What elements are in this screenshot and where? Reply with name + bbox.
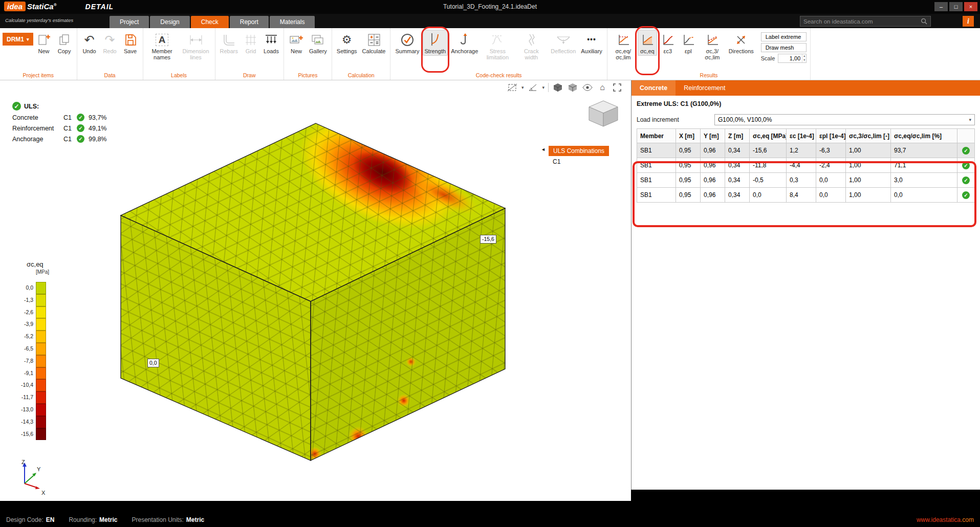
- copy-item-button[interactable]: Copy: [55, 30, 74, 56]
- summary-button[interactable]: Summary: [393, 30, 421, 56]
- table-row[interactable]: SB1 0,95 0,96 0,34 -0,5 0,3 0,0 1,00 3,0…: [637, 173, 975, 188]
- zoom-fit-icon[interactable]: [612, 82, 623, 93]
- crack-width-button[interactable]: Crack width: [515, 30, 548, 62]
- cell-z: 0,34: [725, 143, 750, 158]
- picture-new-button[interactable]: New: [287, 30, 306, 56]
- search-input[interactable]: [803, 18, 921, 25]
- info-button[interactable]: i: [963, 16, 974, 27]
- legend-value: 0,0: [15, 282, 36, 294]
- table-row[interactable]: SB1 0,95 0,96 0,34 0,0 8,4 0,0 1,00 0,0 …: [637, 188, 975, 203]
- col-sceq-ratio: σc,eq/σc,lim [%]: [891, 129, 957, 143]
- navigation-cube[interactable]: [581, 98, 625, 137]
- search-box[interactable]: [800, 16, 931, 27]
- close-button[interactable]: ×: [964, 2, 977, 11]
- app-logo: idea StatiCa® DETAIL: [4, 2, 114, 11]
- cell-epl: 0,0: [816, 188, 846, 203]
- clipping-box-icon[interactable]: [552, 82, 563, 93]
- cell-status: ✓: [957, 143, 975, 158]
- deflection-button[interactable]: Deflection: [549, 30, 578, 56]
- table-row[interactable]: SB1 0,95 0,96 0,34 -15,6 1,2 -6,3 1,00 9…: [637, 143, 975, 158]
- deflection-icon: [556, 32, 571, 48]
- registered-mark: ®: [54, 3, 57, 7]
- auxiliary-icon: •••: [587, 32, 596, 48]
- loads-button[interactable]: Loads: [262, 30, 281, 56]
- website-link[interactable]: www.ideastatica.com: [917, 516, 974, 523]
- cell-sc3-ratio: 1,00: [846, 158, 891, 173]
- calculate-button[interactable]: Calculate: [360, 30, 388, 56]
- tab-concrete[interactable]: Concrete: [631, 80, 676, 96]
- calculate-icon: [367, 32, 381, 48]
- check-summary: ✓ ULS: Concrete C1 ✓ 93,7% Reinf: [12, 102, 106, 146]
- label-extreme-button[interactable]: Label extreme: [761, 32, 807, 41]
- result-sc3-sclim-button[interactable]: σc,3/ σc,lim: [699, 30, 726, 62]
- scale-stepper[interactable]: ▴▾: [802, 54, 806, 62]
- strength-button[interactable]: Strength: [423, 30, 448, 56]
- cell-y: 0,96: [701, 143, 725, 158]
- stress-limitation-button[interactable]: Stress limitation: [481, 30, 514, 62]
- legend-entry: -15,6: [15, 428, 49, 441]
- tab-materials[interactable]: Materials: [270, 16, 315, 28]
- tab-design[interactable]: Design: [150, 16, 189, 28]
- scale-up-icon[interactable]: ▴: [802, 54, 806, 58]
- result-ec3-button[interactable]: εc3: [658, 30, 678, 56]
- stress-ratio-plot-icon: [617, 32, 630, 48]
- directions-button[interactable]: Directions: [727, 30, 756, 56]
- cell-ec: 8,4: [787, 188, 816, 203]
- legend-entry: -10,4: [15, 379, 49, 391]
- tab-project[interactable]: Project: [110, 16, 149, 28]
- extreme-uls-label: Extreme ULS: C1 (G100,0%): [637, 100, 975, 108]
- member-names-button[interactable]: A Member names: [146, 30, 179, 62]
- strain-plot-icon: [661, 32, 674, 48]
- combination-item[interactable]: C1: [553, 158, 560, 165]
- grid-button[interactable]: Grid: [241, 30, 260, 56]
- cell-status: ✓: [957, 188, 975, 203]
- drm-dropdown[interactable]: DRM1▾: [3, 33, 33, 46]
- legend-entry: -5,2: [15, 331, 49, 343]
- tab-reinforcement[interactable]: Reinforcement: [676, 80, 733, 96]
- home-view-icon[interactable]: ⌂: [597, 82, 608, 93]
- result-epl-button[interactable]: εpl: [679, 30, 698, 56]
- rebars-button[interactable]: Rebars: [218, 30, 240, 56]
- result-epl-label: εpl: [685, 48, 691, 54]
- cell-sceq-ratio: 3,0: [891, 173, 957, 188]
- stress-limitation-label: Stress limitation: [483, 48, 512, 61]
- tab-report[interactable]: Report: [230, 16, 269, 28]
- anchorage-button[interactable]: Anchorage: [449, 30, 480, 56]
- pass-check-icon: ✓: [962, 177, 970, 184]
- measure-caret-icon[interactable]: ▾: [542, 85, 545, 90]
- tab-check[interactable]: Check: [191, 16, 229, 28]
- redo-button[interactable]: ↷ Redo: [100, 30, 120, 56]
- save-button[interactable]: Save: [121, 30, 140, 56]
- legend-swatch: [36, 416, 46, 428]
- gallery-button[interactable]: Gallery: [307, 30, 329, 56]
- table-row[interactable]: SB1 0,95 0,96 0,34 -11,8 -4,4 -2,4 1,00 …: [637, 158, 975, 173]
- cell-member: SB1: [637, 143, 676, 158]
- visibility-icon[interactable]: [582, 82, 593, 93]
- auxiliary-button[interactable]: ••• Auxiliary: [579, 30, 604, 56]
- settings-button[interactable]: ⚙ Settings: [335, 30, 359, 56]
- scale-down-icon[interactable]: ▾: [802, 58, 806, 62]
- uls-combinations-badge[interactable]: ULS Combinations: [549, 146, 609, 156]
- legend-swatch: [36, 367, 46, 380]
- collapse-arrow-icon[interactable]: ◄: [541, 147, 546, 152]
- measure-angle-icon[interactable]: [527, 82, 538, 93]
- minimize-button[interactable]: –: [934, 2, 948, 11]
- undo-button[interactable]: ↶ Undo: [80, 30, 99, 56]
- maximize-button[interactable]: □: [949, 2, 963, 11]
- section-cut-icon[interactable]: [507, 82, 518, 93]
- draw-mesh-button[interactable]: Draw mesh: [761, 43, 807, 52]
- cell-sceq-ratio: 71,1: [891, 158, 957, 173]
- section-cut-caret-icon[interactable]: ▾: [521, 85, 524, 90]
- load-increment-select[interactable]: G100,0%, V100,0% ▾: [714, 114, 975, 125]
- legend-value: -7,8: [15, 355, 36, 367]
- dimension-lines-button[interactable]: Dimension lines: [180, 30, 212, 62]
- result-sceq-button[interactable]: σc,eq: [638, 30, 657, 56]
- new-item-button[interactable]: New: [34, 30, 54, 56]
- solid-view-icon[interactable]: [567, 82, 578, 93]
- cell-z: 0,34: [725, 188, 750, 203]
- col-epl: εpl [1e-4]: [816, 129, 846, 143]
- result-sceq-sclim-button[interactable]: σc,eq/ σc,lim: [610, 30, 637, 62]
- col-y: Y [m]: [701, 129, 725, 143]
- cell-sceq-ratio: 93,7: [891, 143, 957, 158]
- scale-input[interactable]: [778, 54, 802, 62]
